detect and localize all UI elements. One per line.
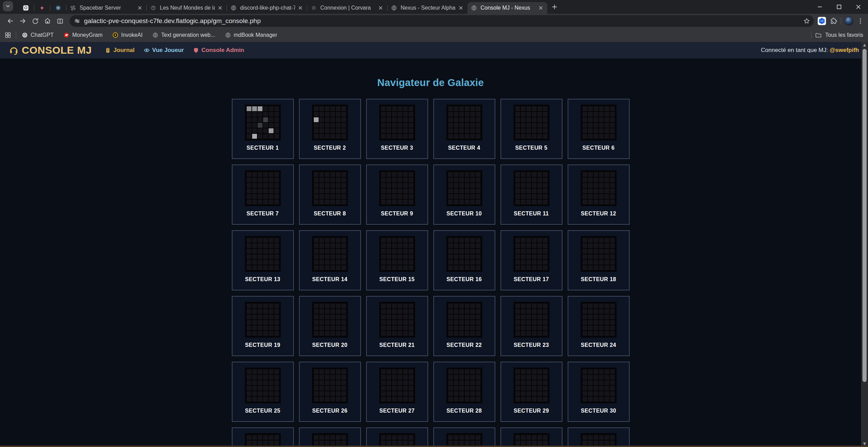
sector-card[interactable]: SECTEUR 22 [433,296,495,356]
sector-card[interactable]: SECTEUR 17 [500,230,562,290]
minimap-cell [532,304,537,308]
minimap-cell [341,249,346,254]
maximize-button[interactable] [829,0,849,14]
sector-card[interactable]: SECTEUR 3 [366,99,428,159]
sector-card[interactable]: SECTEUR 12 [568,164,630,225]
sector-label: SECTEUR 7 [232,211,293,217]
app-logo[interactable]: CONSOLE MJ [9,44,92,56]
sector-card[interactable]: SECTEUR 20 [299,296,361,356]
sector-card[interactable]: SECTEUR 14 [299,230,361,290]
sector-card[interactable]: SECTEUR 7 [232,164,294,225]
sector-card[interactable]: SECTEUR 35 [500,427,562,447]
sector-minimap [446,302,482,338]
minimap-cell [582,117,587,122]
sector-card[interactable]: SECTEUR 13 [232,230,294,290]
tab-close-button[interactable] [378,5,384,11]
sector-label: SECTEUR 15 [367,276,427,283]
site-settings-icon[interactable] [74,18,81,24]
sector-card[interactable]: SECTEUR 24 [568,296,630,356]
sector-card[interactable]: SECTEUR 4 [433,99,495,159]
profile-avatar[interactable] [845,17,854,25]
sector-card[interactable]: SECTEUR 28 [433,362,495,422]
sector-card[interactable]: SECTEUR 29 [500,362,562,422]
scrollbar-thumb[interactable] [862,49,867,382]
back-button[interactable] [4,15,17,27]
all-bookmarks-label[interactable]: Tous les favoris [825,32,863,38]
sector-card[interactable]: SECTEUR 16 [433,230,495,290]
pinned-tab[interactable] [18,2,34,14]
sector-card[interactable]: SECTEUR 18 [568,230,630,290]
extensions-puzzle-button[interactable] [830,17,837,25]
tab-active[interactable]: Console MJ - Nexus [467,2,547,14]
pinned-tab[interactable]: W [50,2,66,14]
minimap-cell [263,200,268,204]
pinned-tab[interactable] [34,2,50,14]
minimap-cell [409,189,413,193]
tab[interactable]: Connexion | Corvara [307,2,387,14]
sector-card[interactable]: SECTEUR 21 [366,296,428,356]
sector-card[interactable]: SECTEUR 2 [299,99,361,159]
scrollbar-up-arrow[interactable]: ▲ [861,42,868,48]
sector-card[interactable]: SECTEUR 9 [366,164,428,225]
apps-grid-icon[interactable] [5,32,11,38]
tab-close-button[interactable] [137,5,143,11]
sector-card[interactable]: SECTEUR 1 [232,99,294,159]
tab-search-button[interactable] [3,1,13,11]
tab[interactable]: discord-like-php-chat-7262.de [227,2,307,14]
tab-close-button[interactable] [297,5,303,11]
minimap-cell [526,194,531,199]
tab[interactable]: Les Neuf Mondes de la Mythol [147,2,227,14]
sector-card[interactable]: SECTEUR 32 [299,427,361,447]
url-text[interactable]: galactic-pve-conquest-c7fe.dev.flatlogic… [84,17,802,25]
minimap-cell [409,123,413,128]
bookmark-item[interactable]: mdBook Manager [225,32,277,38]
bookmark-item[interactable]: MoneyGram [63,32,103,38]
tab-close-button[interactable] [217,5,223,11]
bookmark-item[interactable]: Text generation web... [152,32,215,38]
sector-card[interactable]: SECTEUR 15 [366,230,428,290]
minimize-button[interactable] [810,0,829,14]
sector-card[interactable]: SECTEUR 34 [433,427,495,447]
bookmark-star-button[interactable] [802,16,812,26]
bookmark-item[interactable]: ChatGPT [22,32,54,38]
nav-item-console-admin[interactable]: Console Admin [193,47,244,54]
address-bar[interactable]: galactic-pve-conquest-c7fe.dev.flatlogic… [70,15,814,27]
sector-label: SECTEUR 9 [367,211,427,217]
menu-kebab-button[interactable] [857,18,864,24]
sector-card[interactable]: SECTEUR 27 [366,362,428,422]
tab[interactable]: Nexus - Secteur Alpha [G1] [388,2,467,14]
sector-card[interactable]: SECTEUR 5 [500,99,562,159]
reload-button[interactable] [29,15,41,27]
sector-card[interactable]: SECTEUR 26 [299,362,361,422]
minimap-cell [330,134,335,139]
minimap-cell [543,200,548,204]
new-tab-button[interactable] [549,1,560,13]
forward-button[interactable] [17,15,29,27]
sector-card[interactable]: SECTEUR 23 [500,296,562,356]
minimap-cell [454,189,458,193]
extension-icon[interactable] [817,17,826,25]
sector-card[interactable]: SECTEUR 10 [433,164,495,225]
minimap-cell [252,386,257,391]
sector-card[interactable]: SECTEUR 11 [500,164,562,225]
sector-card[interactable]: SECTEUR 36 [568,427,630,447]
tab-close-button[interactable] [538,5,544,11]
tab[interactable]: Spacebar Server [66,2,146,14]
home-button[interactable] [41,15,54,27]
minimap-cell [476,112,480,117]
sector-card[interactable]: SECTEUR 30 [568,362,630,422]
sector-card[interactable]: SECTEUR 33 [366,427,428,447]
sector-card[interactable]: SECTEUR 6 [568,99,630,159]
minimap-cell [582,123,587,128]
nav-item-vue-joueur[interactable]: Vue Joueur [144,47,184,54]
side-panel-button[interactable] [54,15,66,27]
page-scrollbar[interactable]: ▲ ▼ [861,42,868,447]
sector-card[interactable]: SECTEUR 19 [232,296,294,356]
sector-card[interactable]: SECTEUR 8 [299,164,361,225]
sector-card[interactable]: SECTEUR 31 [232,427,294,447]
nav-item-journal[interactable]: Journal [105,47,134,54]
close-button[interactable] [849,0,868,14]
tab-close-button[interactable] [458,5,464,11]
bookmark-item[interactable]: InvokeAI [112,32,143,38]
sector-card[interactable]: SECTEUR 25 [232,362,294,422]
